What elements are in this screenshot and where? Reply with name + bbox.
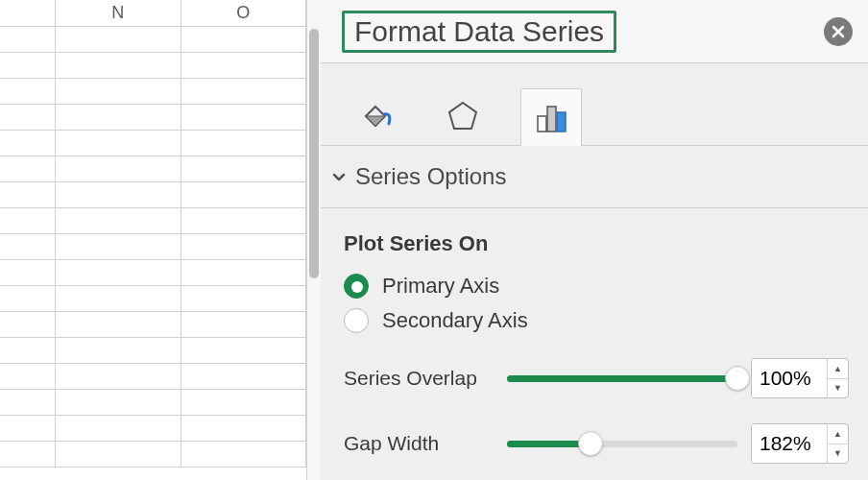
svg-rect-4: [547, 107, 556, 132]
cell[interactable]: [56, 53, 181, 78]
svg-rect-5: [557, 112, 566, 132]
cell[interactable]: [56, 286, 181, 311]
panel-title: Format Data Series: [342, 11, 616, 53]
cell[interactable]: [56, 131, 181, 156]
series-overlap-slider[interactable]: [507, 365, 737, 392]
cell[interactable]: [56, 260, 181, 285]
series-overlap-row: Series Overlap ▲ ▼: [344, 358, 849, 398]
series-overlap-spinner: ▲ ▼: [751, 358, 849, 398]
cell[interactable]: [181, 442, 307, 467]
slider-thumb[interactable]: [578, 431, 603, 456]
series-options-body: Plot Series On Primary Axis Secondary Ax…: [321, 208, 868, 464]
cell[interactable]: [56, 234, 181, 259]
slider-thumb[interactable]: [725, 366, 750, 391]
svg-marker-2: [449, 103, 476, 129]
radio-primary-label: Primary Axis: [382, 274, 499, 299]
cell[interactable]: [56, 105, 181, 130]
cell[interactable]: [56, 416, 181, 441]
close-panel-button[interactable]: [824, 17, 853, 46]
cell[interactable]: [56, 27, 181, 52]
radio-primary-input[interactable]: [344, 274, 369, 299]
tab-effects[interactable]: [432, 87, 494, 145]
gap-width-input[interactable]: [752, 424, 827, 463]
cell[interactable]: [181, 105, 307, 130]
radio-secondary-axis[interactable]: Secondary Axis: [344, 308, 849, 333]
column-header-o[interactable]: O: [181, 0, 307, 26]
close-icon: [832, 25, 845, 38]
bar-chart-icon: [532, 99, 570, 137]
cell[interactable]: [181, 260, 307, 285]
radio-primary-axis[interactable]: Primary Axis: [344, 274, 849, 299]
cell[interactable]: [181, 131, 307, 156]
panel-tabs: [321, 63, 868, 146]
column-header-n[interactable]: N: [56, 0, 181, 26]
gap-width-slider[interactable]: [507, 430, 737, 457]
cell[interactable]: [56, 79, 181, 104]
section-title: Series Options: [355, 163, 506, 190]
gap-step-down[interactable]: ▼: [828, 444, 848, 464]
cell[interactable]: [181, 208, 307, 233]
cell[interactable]: [181, 234, 307, 259]
tab-series-options[interactable]: [520, 88, 582, 146]
series-overlap-input[interactable]: [752, 359, 827, 397]
gap-width-label: Gap Width: [344, 432, 494, 455]
cell[interactable]: [181, 390, 307, 415]
cell[interactable]: [56, 208, 181, 233]
paint-bucket-icon: [355, 97, 394, 135]
cell[interactable]: [56, 182, 181, 207]
cell[interactable]: [181, 53, 307, 78]
plot-series-on-label: Plot Series On: [344, 231, 849, 256]
pentagon-icon: [445, 98, 481, 134]
gap-width-spinner: ▲ ▼: [751, 423, 849, 464]
radio-secondary-label: Secondary Axis: [382, 308, 528, 333]
overlap-step-up[interactable]: ▲: [828, 359, 848, 379]
cell[interactable]: [181, 182, 307, 207]
cell[interactable]: [181, 364, 307, 389]
svg-rect-3: [538, 116, 546, 132]
series-overlap-label: Series Overlap: [344, 367, 494, 390]
cell[interactable]: [181, 338, 307, 363]
spreadsheet-grid: N O: [0, 0, 307, 480]
grid-rows: [0, 27, 306, 480]
series-options-section-toggle[interactable]: Series Options: [321, 146, 868, 208]
cell[interactable]: [181, 27, 307, 52]
cell[interactable]: [56, 442, 181, 467]
cell[interactable]: [56, 338, 181, 363]
gap-width-row: Gap Width ▲ ▼: [344, 423, 849, 464]
format-data-series-panel: Format Data Series: [321, 0, 868, 480]
cell[interactable]: [181, 312, 307, 337]
chevron-down-icon: [330, 168, 348, 185]
cell[interactable]: [181, 156, 307, 181]
cell[interactable]: [56, 312, 181, 337]
tab-fill-line[interactable]: [344, 87, 405, 145]
scroll-thumb[interactable]: [309, 29, 319, 278]
overlap-step-down[interactable]: ▼: [828, 379, 848, 398]
cell[interactable]: [56, 390, 181, 415]
panel-header: Format Data Series: [321, 0, 868, 63]
cell[interactable]: [56, 364, 181, 389]
cell[interactable]: [181, 79, 307, 104]
gap-step-up[interactable]: ▲: [828, 424, 848, 444]
row-header-gutter: [0, 0, 56, 26]
radio-secondary-input[interactable]: [344, 308, 369, 333]
cell[interactable]: [181, 286, 307, 311]
column-header-row: N O: [0, 0, 306, 27]
cell[interactable]: [56, 156, 181, 181]
vertical-scrollbar[interactable]: [307, 0, 321, 480]
cell[interactable]: [181, 416, 307, 441]
